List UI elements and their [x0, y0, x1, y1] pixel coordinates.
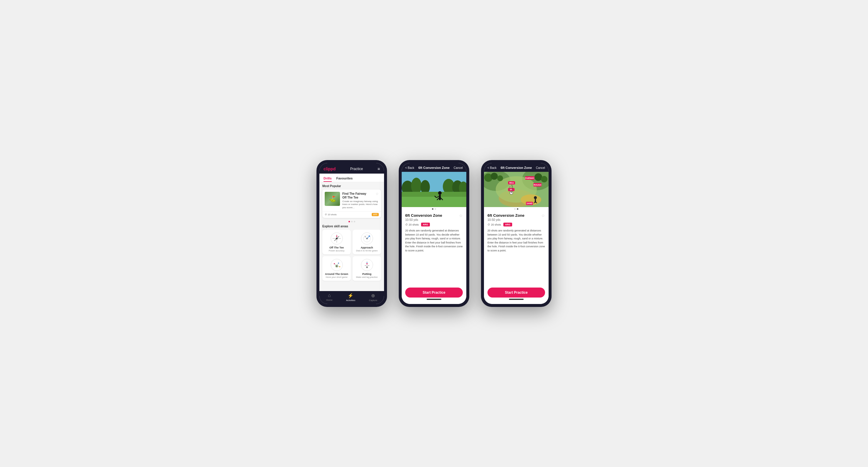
back-button-p2[interactable]: < Back	[405, 166, 414, 169]
dot-1	[348, 221, 350, 222]
off-tee-icon	[330, 232, 343, 245]
arg-badge-p3: ARG	[503, 223, 512, 227]
svg-rect-38	[402, 197, 466, 207]
svg-point-4	[336, 236, 337, 237]
photo-dots-p2	[402, 207, 466, 210]
phone2-header: < Back 6ft Conversion Zone Cancel	[402, 163, 466, 172]
drill-yardage-p2: 10-50 yds	[405, 218, 442, 222]
dot-2	[351, 221, 352, 222]
capture-nav-label: Capture	[369, 299, 377, 302]
drill-title-block: 6ft Conversion Zone 10-50 yds	[405, 213, 442, 223]
putting-icon	[361, 259, 373, 271]
favourite-star-p3[interactable]: ☆	[541, 213, 545, 218]
drill-hero-photo	[402, 172, 466, 207]
phones-container: clippd Practice ≡ Drills Favourites Most…	[316, 160, 552, 307]
tab-favourites[interactable]: Favourites	[336, 175, 353, 182]
start-practice-button-p2[interactable]: Start Practice	[405, 288, 463, 298]
phone-1-screen: clippd Practice ≡ Drills Favourites Most…	[319, 163, 384, 304]
carousel-dots	[322, 220, 381, 224]
photo-dots-p3	[484, 207, 549, 210]
most-popular-label: Most Popular	[322, 185, 381, 188]
phone-2: < Back 6ft Conversion Zone Cancel	[399, 160, 469, 307]
drill-shots-p2: ⏱ 20 shots	[405, 223, 419, 226]
phone2-content: 6ft Conversion Zone 10-50 yds ☆ ⏱ 20 sho…	[402, 210, 466, 285]
cta-area-p2: Start Practice	[402, 285, 466, 304]
favourite-star-p2[interactable]: ☆	[459, 213, 463, 218]
drill-title-row: 6ft Conversion Zone 10-50 yds ☆	[405, 213, 463, 223]
featured-card-inner: ⛳ Find The FairwayOff The Tee ☆ Create a…	[322, 190, 381, 211]
mdot-1	[514, 208, 516, 210]
approach-icon	[361, 232, 373, 245]
svg-point-26	[366, 263, 368, 264]
drill-description-p3: 20 shots are randomly generated at dista…	[488, 229, 545, 253]
favourite-star-icon[interactable]: ☆	[375, 192, 379, 196]
tab-drills[interactable]: Drills	[323, 175, 332, 182]
arg-badge-p2: ARG	[421, 223, 430, 227]
drill-shots-p3: ⏱ 20 shots	[488, 223, 501, 226]
skill-desc-off-tee: Power accuracy	[329, 249, 344, 252]
drill-meta-p2: ⏱ 20 shots ARG	[405, 223, 463, 227]
card-footer: ⏱ 10 shots OTT	[322, 211, 381, 218]
drill-title-p3: 6ft Conversion Zone	[488, 213, 525, 218]
svg-point-65	[534, 196, 537, 199]
skill-name-approach: Approach	[361, 246, 373, 249]
svg-line-6	[334, 238, 337, 241]
svg-text:SAND: SAND	[527, 202, 532, 204]
svg-point-39	[438, 191, 442, 195]
svg-point-55	[541, 176, 548, 182]
skill-name-atg: Around The Green	[325, 273, 348, 275]
app-logo: clippd	[323, 167, 336, 171]
pdot-1	[432, 208, 433, 210]
card-text: Find The FairwayOff The Tee ☆ Create an …	[342, 192, 379, 209]
svg-point-27	[366, 262, 367, 263]
phone-3: < Back 6ft Conversion Zone Cancel	[481, 160, 552, 307]
start-practice-button-p3[interactable]: Start Practice	[488, 288, 545, 298]
cancel-button-p3[interactable]: Cancel	[536, 166, 545, 169]
cta-area-p3: Start Practice	[484, 285, 549, 304]
activities-nav-label: Activities	[346, 299, 355, 302]
skill-card-off-tee[interactable]: Off The Tee Power accuracy	[322, 230, 351, 254]
phone3-header-title: 6ft Conversion Zone	[501, 166, 532, 169]
phone-2-screen: < Back 6ft Conversion Zone Cancel	[402, 163, 466, 304]
home-indicator-p3	[509, 299, 524, 300]
home-nav-label: Home	[326, 299, 332, 301]
phone-1: clippd Practice ≡ Drills Favourites Most…	[316, 160, 387, 307]
nav-capture[interactable]: ⊕ Capture	[369, 293, 377, 302]
drill-title-p2: 6ft Conversion Zone	[405, 213, 442, 218]
golf-thumbnail-image: ⛳	[325, 192, 340, 206]
skill-card-putting[interactable]: Putting Make and lag practice	[352, 256, 381, 281]
phone3-content: 6ft Conversion Zone 10-50 yds ☆ ⏱ 20 sho…	[484, 210, 549, 285]
golfer-scene	[402, 172, 466, 207]
skill-card-approach[interactable]: Approach Dial-in to hit the green	[352, 230, 381, 254]
menu-icon[interactable]: ≡	[378, 167, 380, 171]
cancel-button-p2[interactable]: Cancel	[454, 166, 463, 169]
explore-label: Explore skill areas	[322, 225, 381, 228]
svg-text:Miss: Miss	[509, 182, 514, 184]
bottom-nav: ⌂ Home ⚡ Activities ⊕ Capture	[319, 291, 384, 304]
phone1-header: clippd Practice ≡	[319, 163, 384, 174]
drill-title-row-p3: 6ft Conversion Zone 10-50 yds ☆	[488, 213, 545, 223]
card-description: Create an imaginary fairway using trees …	[342, 200, 379, 209]
drill-title-block-p3: 6ft Conversion Zone 10-50 yds	[488, 213, 525, 223]
pdot-2	[435, 208, 436, 210]
card-thumbnail: ⛳	[325, 192, 340, 206]
phone2-header-title: 6ft Conversion Zone	[418, 166, 450, 169]
drill-description-p2: 20 shots are randomly generated at dista…	[405, 229, 463, 253]
svg-text:FAIRWAY: FAIRWAY	[525, 177, 534, 179]
skill-desc-approach: Dial-in to hit the green	[356, 249, 378, 252]
svg-text:ROUGH: ROUGH	[534, 184, 541, 186]
around-green-icon	[330, 259, 343, 271]
phone3-header: < Back 6ft Conversion Zone Cancel	[484, 163, 549, 172]
dot-3	[354, 221, 355, 222]
skill-card-around-green[interactable]: Around The Green Hone your short game	[322, 256, 351, 281]
featured-card[interactable]: ⛳ Find The FairwayOff The Tee ☆ Create a…	[322, 190, 381, 218]
nav-activities[interactable]: ⚡ Activities	[346, 293, 355, 302]
mdot-2	[517, 208, 518, 210]
nav-home[interactable]: ⌂ Home	[326, 293, 332, 302]
home-nav-icon: ⌂	[328, 293, 331, 298]
back-button-p3[interactable]: < Back	[488, 166, 497, 169]
phone-3-screen: < Back 6ft Conversion Zone Cancel	[484, 163, 549, 304]
svg-point-54	[534, 173, 542, 181]
ott-badge: OTT	[372, 213, 379, 216]
skill-desc-putting: Make and lag practice	[356, 276, 378, 278]
